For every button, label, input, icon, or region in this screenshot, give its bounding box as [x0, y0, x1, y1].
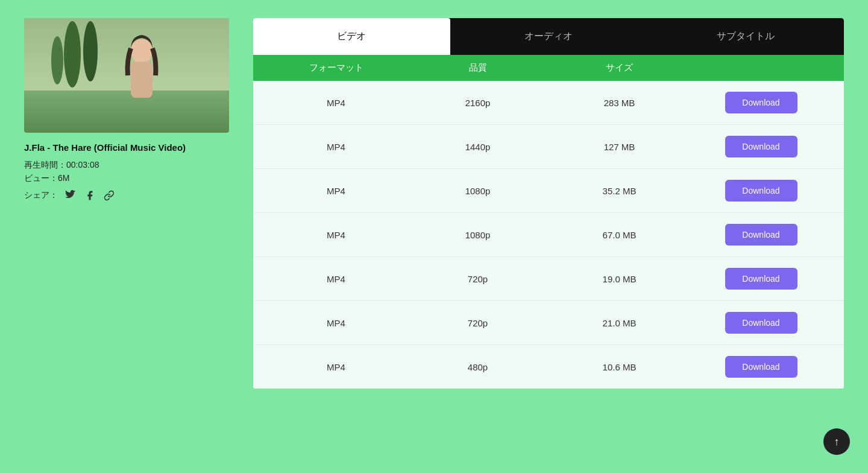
download-button[interactable]: Download: [725, 136, 797, 157]
link-icon[interactable]: [102, 189, 116, 202]
cell-format: MP4: [265, 142, 407, 152]
scroll-top-icon: ↑: [834, 436, 840, 448]
cell-quality: 1440p: [407, 142, 549, 152]
tab-subtitle[interactable]: サブタイトル: [647, 18, 844, 55]
header-quality: 品質: [407, 62, 549, 74]
video-meta: 再生時間：00:03:08 ビュー：6M: [24, 160, 229, 184]
cell-action: Download: [690, 356, 832, 378]
header-format: フォーマット: [265, 62, 407, 74]
share-row: シェア：: [24, 189, 229, 202]
download-button[interactable]: Download: [725, 180, 797, 202]
cell-quality: 1080p: [407, 230, 549, 240]
video-thumbnail: [24, 18, 229, 133]
svg-point-4: [51, 36, 63, 84]
download-button[interactable]: Download: [725, 312, 797, 334]
duration-value: 00:03:08: [66, 160, 99, 170]
right-panel: ビデオ オーディオ サブタイトル フォーマット 品質 サイズ MP4 2160p…: [253, 18, 844, 389]
video-title: J.Fla - The Hare (Official Music Video): [24, 141, 229, 154]
cell-action: Download: [690, 268, 832, 290]
cell-quality: 720p: [407, 274, 549, 284]
tab-video[interactable]: ビデオ: [253, 18, 450, 55]
cell-size: 10.6 MB: [549, 362, 690, 372]
views-row: ビュー：6M: [24, 173, 229, 184]
svg-point-5: [131, 39, 153, 63]
cell-size: 21.0 MB: [549, 318, 690, 328]
cell-quality: 1080p: [407, 186, 549, 196]
twitter-icon[interactable]: [64, 189, 77, 202]
tab-audio[interactable]: オーディオ: [450, 18, 647, 55]
download-button[interactable]: Download: [725, 268, 797, 290]
table-row: MP4 2160p 283 MB Download: [253, 81, 844, 125]
share-label: シェア：: [24, 190, 58, 201]
duration-row: 再生時間：00:03:08: [24, 160, 229, 171]
cell-size: 127 MB: [549, 142, 690, 152]
table-header: フォーマット 品質 サイズ: [253, 55, 844, 81]
table-body: MP4 2160p 283 MB Download MP4 1440p 127 …: [253, 81, 844, 389]
cell-action: Download: [690, 224, 832, 246]
cell-size: 19.0 MB: [549, 274, 690, 284]
cell-size: 35.2 MB: [549, 186, 690, 196]
views-label: ビュー：: [24, 173, 58, 183]
scroll-top-button[interactable]: ↑: [823, 428, 850, 455]
tab-bar: ビデオ オーディオ サブタイトル: [253, 18, 844, 55]
cell-format: MP4: [265, 274, 407, 284]
download-button[interactable]: Download: [725, 92, 797, 113]
page-container: J.Fla - The Hare (Official Music Video) …: [24, 18, 844, 389]
header-size: サイズ: [549, 62, 690, 74]
table-row: MP4 720p 19.0 MB Download: [253, 257, 844, 301]
svg-point-3: [83, 21, 98, 81]
left-panel: J.Fla - The Hare (Official Music Video) …: [24, 18, 229, 202]
cell-format: MP4: [265, 230, 407, 240]
download-button[interactable]: Download: [725, 356, 797, 378]
cell-size: 67.0 MB: [549, 230, 690, 240]
cell-format: MP4: [265, 186, 407, 196]
svg-rect-6: [131, 62, 153, 98]
svg-point-2: [64, 21, 81, 87]
cell-action: Download: [690, 180, 832, 202]
views-value: 6M: [58, 173, 69, 183]
cell-quality: 720p: [407, 318, 549, 328]
cell-size: 283 MB: [549, 98, 690, 108]
table-row: MP4 1440p 127 MB Download: [253, 125, 844, 169]
table-row: MP4 720p 21.0 MB Download: [253, 301, 844, 345]
cell-format: MP4: [265, 318, 407, 328]
cell-action: Download: [690, 312, 832, 334]
duration-label: 再生時間：: [24, 160, 66, 170]
cell-quality: 2160p: [407, 98, 549, 108]
cell-action: Download: [690, 92, 832, 113]
cell-action: Download: [690, 136, 832, 157]
cell-format: MP4: [265, 362, 407, 372]
table-row: MP4 1080p 67.0 MB Download: [253, 213, 844, 257]
header-action: [690, 62, 832, 74]
facebook-icon[interactable]: [83, 189, 96, 202]
cell-quality: 480p: [407, 362, 549, 372]
table-row: MP4 1080p 35.2 MB Download: [253, 169, 844, 213]
table-row: MP4 480p 10.6 MB Download: [253, 345, 844, 389]
svg-rect-1: [24, 90, 229, 133]
cell-format: MP4: [265, 98, 407, 108]
download-button[interactable]: Download: [725, 224, 797, 246]
